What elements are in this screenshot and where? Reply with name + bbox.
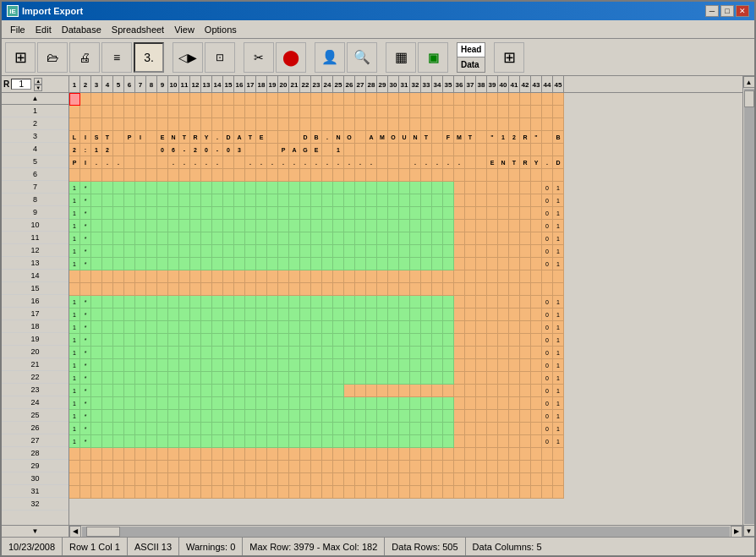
cell-r2-c24[interactable] (322, 106, 333, 118)
cell-r20-c33[interactable] (421, 334, 432, 347)
cell-r3-c23[interactable] (311, 118, 322, 131)
cell-r2-c8[interactable] (146, 106, 157, 118)
cell-r23-c15[interactable] (223, 372, 234, 385)
cell-r2-c13[interactable] (201, 106, 212, 118)
cell-r2-c40[interactable] (498, 106, 509, 118)
cell-r26-c37[interactable] (465, 410, 476, 423)
cell-r29-c44[interactable] (542, 448, 553, 461)
cell-r12-c42[interactable] (520, 232, 531, 245)
cell-r3-c37[interactable] (465, 118, 476, 131)
cell-r21-c44[interactable]: 0 (542, 347, 553, 359)
cell-r16-c8[interactable] (146, 283, 157, 296)
cell-r15-c40[interactable] (498, 270, 509, 283)
cell-r25-c11[interactable] (179, 397, 190, 410)
cell-r5-c25[interactable]: 1 (333, 144, 344, 156)
cell-r7-c3[interactable] (91, 169, 102, 182)
cell-r4-c38[interactable] (476, 131, 487, 144)
cell-r9-c23[interactable] (311, 194, 322, 207)
cell-r1-c27[interactable] (355, 93, 366, 106)
cell-r20-c19[interactable] (267, 334, 278, 347)
cell-r31-c1[interactable] (69, 473, 80, 486)
cell-r12-c27[interactable] (355, 232, 366, 245)
cell-r23-c35[interactable] (443, 372, 454, 385)
cell-r29-c1[interactable] (69, 448, 80, 461)
cell-r16-c9[interactable] (157, 283, 168, 296)
cell-r21-c43[interactable] (531, 347, 542, 359)
cell-r13-c28[interactable] (366, 245, 377, 258)
cell-r5-c32[interactable] (410, 144, 421, 156)
cell-r27-c45[interactable]: 1 (553, 423, 564, 435)
cell-r5-c7[interactable] (135, 144, 146, 156)
cell-r32-c34[interactable] (432, 486, 443, 499)
cell-r18-c35[interactable] (443, 309, 454, 321)
cell-r17-c33[interactable] (421, 296, 432, 309)
cell-r22-c1[interactable]: 1 (69, 359, 80, 372)
cell-r17-c15[interactable] (223, 296, 234, 309)
cell-r31-c23[interactable] (311, 473, 322, 486)
cell-r4-c14[interactable]: . (212, 131, 223, 144)
cell-r14-c15[interactable] (223, 258, 234, 270)
cell-r22-c34[interactable] (432, 359, 443, 372)
cell-r4-c17[interactable]: T (245, 131, 256, 144)
cell-r25-c37[interactable] (465, 397, 476, 410)
cell-r13-c20[interactable] (278, 245, 289, 258)
cell-r30-c31[interactable] (399, 461, 410, 473)
cell-r22-c27[interactable] (355, 359, 366, 372)
cell-r31-c24[interactable] (322, 473, 333, 486)
cell-r1-c32[interactable] (410, 93, 421, 106)
cell-r15-c6[interactable] (124, 270, 135, 283)
cell-r22-c29[interactable] (377, 359, 388, 372)
cell-r11-c7[interactable] (135, 220, 146, 232)
cell-r24-c12[interactable] (190, 385, 201, 397)
cell-r23-c42[interactable] (520, 372, 531, 385)
cell-r3-c17[interactable] (245, 118, 256, 131)
cell-r23-c17[interactable] (245, 372, 256, 385)
cell-r20-c17[interactable] (245, 334, 256, 347)
cell-r8-c24[interactable] (322, 182, 333, 194)
cell-r13-c37[interactable] (465, 245, 476, 258)
cell-r11-c31[interactable] (399, 220, 410, 232)
cell-r21-c27[interactable] (355, 347, 366, 359)
cell-r8-c30[interactable] (388, 182, 399, 194)
cell-r10-c39[interactable] (487, 207, 498, 220)
cell-r16-c1[interactable] (69, 283, 80, 296)
cell-r2-c7[interactable] (135, 106, 146, 118)
cell-r7-c11[interactable] (179, 169, 190, 182)
cell-r21-c16[interactable] (234, 347, 245, 359)
cell-r24-c5[interactable] (113, 385, 124, 397)
cell-r16-c37[interactable] (465, 283, 476, 296)
cell-r10-c8[interactable] (146, 207, 157, 220)
cell-r17-c21[interactable] (289, 296, 300, 309)
cell-r12-c22[interactable] (300, 232, 311, 245)
cell-r14-c23[interactable] (311, 258, 322, 270)
cell-r10-c5[interactable] (113, 207, 124, 220)
cell-r18-c44[interactable]: 0 (542, 309, 553, 321)
cell-r25-c3[interactable] (91, 397, 102, 410)
cell-r11-c40[interactable] (498, 220, 509, 232)
cell-r4-c22[interactable]: D (300, 131, 311, 144)
cell-r14-c6[interactable] (124, 258, 135, 270)
cell-r24-c33[interactable] (421, 385, 432, 397)
cell-r29-c7[interactable] (135, 448, 146, 461)
cell-r9-c9[interactable] (157, 194, 168, 207)
cell-r26-c18[interactable] (256, 410, 267, 423)
cell-r15-c10[interactable] (168, 270, 179, 283)
cell-r11-c5[interactable] (113, 220, 124, 232)
cell-r14-c8[interactable] (146, 258, 157, 270)
cell-r7-c36[interactable] (454, 169, 465, 182)
cell-r19-c26[interactable] (344, 321, 355, 334)
cell-r28-c12[interactable] (190, 435, 201, 448)
cell-r25-c45[interactable]: 1 (553, 397, 564, 410)
cell-r26-c7[interactable] (135, 410, 146, 423)
cell-r14-c9[interactable] (157, 258, 168, 270)
cell-r28-c19[interactable] (267, 435, 278, 448)
cell-r13-c36[interactable] (454, 245, 465, 258)
cell-r29-c16[interactable] (234, 448, 245, 461)
cell-r29-c24[interactable] (322, 448, 333, 461)
cell-r11-c11[interactable] (179, 220, 190, 232)
cell-r9-c35[interactable] (443, 194, 454, 207)
cell-r22-c23[interactable] (311, 359, 322, 372)
cell-r7-c39[interactable] (487, 169, 498, 182)
cell-r21-c12[interactable] (190, 347, 201, 359)
cell-r8-c19[interactable] (267, 182, 278, 194)
